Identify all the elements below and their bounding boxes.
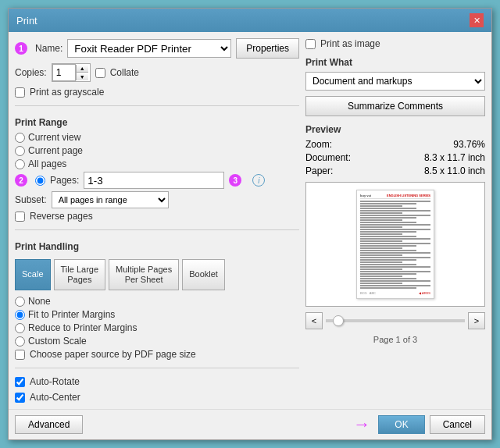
advanced-button[interactable]: Advanced xyxy=(15,415,83,434)
pages-row: 2 Pages: 3 i xyxy=(15,172,299,189)
collate-label: Collate xyxy=(110,67,139,78)
custom-scale-label: Custom Scale xyxy=(28,336,87,347)
reverse-pages-checkbox[interactable] xyxy=(15,212,25,222)
prev-page-button[interactable]: < xyxy=(305,312,323,329)
reduce-printer-label: Reduce to Printer Margins xyxy=(28,322,137,333)
auto-rotate-row: Auto-Rotate xyxy=(15,376,299,387)
reduce-printer-option: Reduce to Printer Margins xyxy=(15,322,299,333)
current-view-option: Current view xyxy=(15,132,299,143)
close-button[interactable]: ✕ xyxy=(470,13,484,27)
booklet-button[interactable]: Booklet xyxy=(182,259,225,290)
print-range-label: Print Range xyxy=(15,117,299,128)
pages-badge: 2 xyxy=(15,174,27,187)
fit-printer-label: Fit to Printer Margins xyxy=(28,309,115,320)
preview-page-lines xyxy=(360,201,430,289)
choose-paper-label: Choose paper source by PDF page size xyxy=(30,349,196,360)
name-label: Name: xyxy=(35,43,62,54)
current-page-label: Current page xyxy=(28,145,83,156)
print-as-image-row: Print as image xyxy=(305,38,485,49)
properties-button[interactable]: Properties xyxy=(236,38,299,59)
preview-section: Preview Zoom: 93.76% Document: 8.3 x 11.… xyxy=(305,121,485,344)
zoom-row: Zoom: 93.76% xyxy=(305,139,485,150)
multiple-pages-button[interactable]: Multiple Pages Per Sheet xyxy=(109,259,179,290)
ok-cancel-group: → OK Cancel xyxy=(353,414,485,435)
info-icon[interactable]: i xyxy=(252,174,265,187)
print-handling-section: Print Handling Scale Tile Large Pages Mu… xyxy=(15,238,299,360)
document-label: Document: xyxy=(305,152,351,163)
current-page-radio[interactable] xyxy=(15,146,25,156)
auto-center-checkbox[interactable] xyxy=(15,393,25,403)
current-page-option: Current page xyxy=(15,145,299,156)
print-what-section: Print What Document and markups Summariz… xyxy=(305,54,485,116)
fit-printer-radio[interactable] xyxy=(15,310,25,320)
subset-row: Subset: All pages in range xyxy=(15,191,299,208)
print-what-select[interactable]: Document and markups xyxy=(305,72,485,91)
printer-select[interactable]: Foxit Reader PDF Printer xyxy=(67,39,231,58)
auto-rotate-label: Auto-Rotate xyxy=(30,376,80,387)
page-slider[interactable] xyxy=(326,319,465,322)
print-range-section: Print Range Current view Current page Al… xyxy=(15,114,299,222)
zoom-value: 93.76% xyxy=(453,139,485,150)
name-badge: 1 xyxy=(15,42,27,55)
none-radio[interactable] xyxy=(15,297,25,307)
page-slider-thumb xyxy=(333,315,344,326)
ok-button[interactable]: OK xyxy=(378,415,424,434)
pages-badge2: 3 xyxy=(229,174,241,187)
grayscale-checkbox[interactable] xyxy=(15,87,25,98)
print-as-image-checkbox[interactable] xyxy=(305,39,316,49)
slider-row: < > xyxy=(305,312,485,329)
print-as-image-label: Print as image xyxy=(320,38,380,49)
pages-input[interactable] xyxy=(84,172,224,189)
print-handling-buttons: Scale Tile Large Pages Multiple Pages Pe… xyxy=(15,259,299,290)
custom-scale-radio[interactable] xyxy=(15,336,25,347)
all-pages-label: All pages xyxy=(28,158,66,169)
choose-paper-checkbox[interactable] xyxy=(15,350,25,360)
document-row: Document: 8.3 x 11.7 inch xyxy=(305,152,485,163)
spin-buttons: ▲ ▼ xyxy=(76,65,88,80)
preview-footer: BCG ABC ◀ ARES xyxy=(360,291,430,295)
current-view-label: Current view xyxy=(28,132,80,143)
subset-select[interactable]: All pages in range xyxy=(52,191,169,208)
all-pages-option: All pages xyxy=(15,158,299,169)
none-label: None xyxy=(28,296,51,307)
reduce-printer-radio[interactable] xyxy=(15,323,25,333)
reverse-pages-label: Reverse pages xyxy=(30,211,93,222)
arrow-indicator: → xyxy=(353,414,370,435)
none-option: None xyxy=(15,296,299,307)
copies-down-button[interactable]: ▼ xyxy=(76,73,88,80)
auto-rotate-checkbox[interactable] xyxy=(15,377,25,387)
title-bar: Print ✕ xyxy=(9,9,491,32)
copies-up-button[interactable]: ▲ xyxy=(76,65,88,73)
grayscale-label: Print as grayscale xyxy=(30,87,104,98)
all-pages-radio[interactable] xyxy=(15,159,25,169)
subset-label: Subset: xyxy=(15,194,47,205)
scale-button[interactable]: Scale xyxy=(15,259,51,290)
choose-paper-row: Choose paper source by PDF page size xyxy=(15,349,299,360)
fit-printer-option: Fit to Printer Margins xyxy=(15,309,299,320)
pages-label: Pages: xyxy=(50,175,79,186)
print-handling-label: Print Handling xyxy=(15,241,299,252)
copies-label: Copies: xyxy=(15,67,47,78)
copies-input[interactable] xyxy=(52,64,76,81)
reverse-pages-row: Reverse pages xyxy=(15,211,299,222)
auto-center-row: Auto-Center xyxy=(15,392,299,403)
bottom-row: Advanced → OK Cancel xyxy=(9,409,491,439)
current-view-radio[interactable] xyxy=(15,133,25,143)
paper-row: Paper: 8.5 x 11.0 inch xyxy=(305,165,485,176)
next-page-button[interactable]: > xyxy=(468,312,485,329)
summarize-comments-button[interactable]: Summarize Comments xyxy=(305,96,485,116)
pages-radio[interactable] xyxy=(35,176,45,186)
cancel-button[interactable]: Cancel xyxy=(430,415,485,434)
preview-page: buy vui ENGLISH LISTENING SERIES xyxy=(356,190,434,299)
print-dialog: Print ✕ 1 Name: Foxit Reader PDF Printer… xyxy=(8,8,492,440)
collate-checkbox[interactable] xyxy=(95,68,105,78)
copies-row: Copies: ▲ ▼ Collate xyxy=(15,63,299,82)
dialog-title: Print xyxy=(16,15,38,27)
preview-box: buy vui ENGLISH LISTENING SERIES xyxy=(305,182,485,307)
tile-large-button[interactable]: Tile Large Pages xyxy=(54,259,106,290)
zoom-label: Zoom: xyxy=(305,139,332,150)
preview-page-header: buy vui ENGLISH LISTENING SERIES xyxy=(360,194,430,199)
paper-label: Paper: xyxy=(305,165,333,176)
page-info: Page 1 of 3 xyxy=(305,335,485,344)
custom-scale-option: Custom Scale xyxy=(15,336,299,347)
